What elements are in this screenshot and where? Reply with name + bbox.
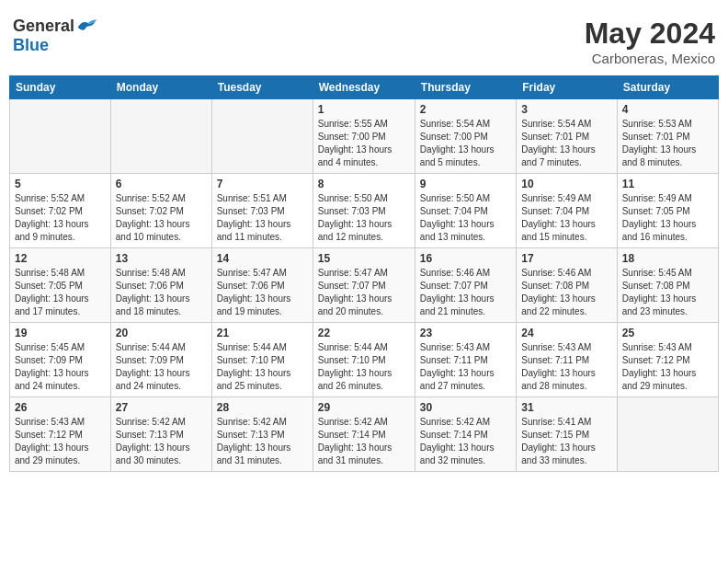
calendar-day-cell: 13Sunrise: 5:48 AM Sunset: 7:06 PM Dayli… [110, 248, 211, 323]
calendar-day-cell [10, 99, 111, 174]
day-number: 20 [116, 327, 207, 339]
day-number: 31 [521, 401, 611, 414]
day-info: Sunrise: 5:45 AM Sunset: 7:09 PM Dayligh… [15, 341, 106, 393]
calendar-day-cell: 24Sunrise: 5:43 AM Sunset: 7:11 PM Dayli… [517, 323, 617, 397]
day-number: 1 [318, 103, 410, 116]
day-info: Sunrise: 5:42 AM Sunset: 7:13 PM Dayligh… [116, 416, 207, 467]
calendar-day-cell: 15Sunrise: 5:47 AM Sunset: 7:07 PM Dayli… [313, 248, 415, 323]
weekday-header-cell: Wednesday [313, 76, 415, 99]
day-info: Sunrise: 5:52 AM Sunset: 7:02 PM Dayligh… [116, 192, 207, 244]
calendar-day-cell: 16Sunrise: 5:46 AM Sunset: 7:07 PM Dayli… [415, 248, 516, 323]
calendar-day-cell: 5Sunrise: 5:52 AM Sunset: 7:02 PM Daylig… [10, 174, 111, 248]
day-info: Sunrise: 5:52 AM Sunset: 7:02 PM Dayligh… [15, 192, 106, 244]
calendar-day-cell: 14Sunrise: 5:47 AM Sunset: 7:06 PM Dayli… [211, 248, 313, 323]
weekday-header-cell: Monday [110, 76, 211, 99]
day-number: 21 [217, 327, 308, 339]
day-number: 4 [622, 103, 713, 116]
day-info: Sunrise: 5:46 AM Sunset: 7:08 PM Dayligh… [521, 267, 611, 318]
weekday-header-cell: Thursday [415, 76, 516, 99]
day-info: Sunrise: 5:50 AM Sunset: 7:04 PM Dayligh… [420, 192, 511, 244]
day-info: Sunrise: 5:44 AM Sunset: 7:10 PM Dayligh… [318, 341, 410, 393]
day-number: 7 [217, 178, 308, 190]
calendar-day-cell: 20Sunrise: 5:44 AM Sunset: 7:09 PM Dayli… [110, 323, 211, 397]
calendar-day-cell: 3Sunrise: 5:54 AM Sunset: 7:01 PM Daylig… [517, 99, 617, 174]
day-info: Sunrise: 5:43 AM Sunset: 7:12 PM Dayligh… [622, 341, 713, 393]
weekday-header-cell: Friday [517, 76, 617, 99]
day-number: 2 [420, 103, 511, 116]
day-number: 17 [521, 252, 611, 265]
weekday-header-cell: Sunday [10, 76, 111, 99]
day-info: Sunrise: 5:54 AM Sunset: 7:01 PM Dayligh… [521, 118, 611, 169]
day-number: 22 [318, 327, 410, 339]
day-number: 16 [420, 252, 511, 265]
calendar-day-cell: 11Sunrise: 5:49 AM Sunset: 7:05 PM Dayli… [617, 174, 718, 248]
calendar-day-cell: 4Sunrise: 5:53 AM Sunset: 7:01 PM Daylig… [617, 99, 718, 174]
day-info: Sunrise: 5:53 AM Sunset: 7:01 PM Dayligh… [622, 118, 713, 169]
calendar-week-row: 12Sunrise: 5:48 AM Sunset: 7:05 PM Dayli… [10, 248, 719, 323]
day-info: Sunrise: 5:48 AM Sunset: 7:05 PM Dayligh… [15, 267, 106, 318]
calendar-day-cell: 8Sunrise: 5:50 AM Sunset: 7:03 PM Daylig… [313, 174, 415, 248]
calendar-day-cell: 10Sunrise: 5:49 AM Sunset: 7:04 PM Dayli… [517, 174, 617, 248]
calendar-day-cell [110, 99, 211, 174]
calendar-day-cell: 30Sunrise: 5:42 AM Sunset: 7:14 PM Dayli… [415, 397, 516, 472]
day-number: 15 [318, 252, 410, 265]
day-number: 28 [217, 401, 308, 414]
title-block: May 2024 Carboneras, Mexico [585, 17, 715, 66]
logo-bird-icon [76, 17, 98, 36]
weekday-header-cell: Saturday [617, 76, 718, 99]
day-info: Sunrise: 5:42 AM Sunset: 7:13 PM Dayligh… [217, 416, 308, 467]
calendar-day-cell: 23Sunrise: 5:43 AM Sunset: 7:11 PM Dayli… [415, 323, 516, 397]
day-number: 11 [622, 178, 713, 190]
day-number: 5 [15, 178, 106, 190]
day-info: Sunrise: 5:47 AM Sunset: 7:06 PM Dayligh… [217, 267, 308, 318]
calendar-day-cell: 22Sunrise: 5:44 AM Sunset: 7:10 PM Dayli… [313, 323, 415, 397]
day-info: Sunrise: 5:43 AM Sunset: 7:11 PM Dayligh… [420, 341, 511, 393]
month-title: May 2024 [585, 17, 715, 51]
calendar-day-cell: 26Sunrise: 5:43 AM Sunset: 7:12 PM Dayli… [10, 397, 111, 472]
day-info: Sunrise: 5:41 AM Sunset: 7:15 PM Dayligh… [521, 416, 611, 467]
calendar-body: 1Sunrise: 5:55 AM Sunset: 7:00 PM Daylig… [10, 99, 719, 472]
day-info: Sunrise: 5:43 AM Sunset: 7:11 PM Dayligh… [521, 341, 611, 393]
day-number: 26 [15, 401, 106, 414]
weekday-header-cell: Tuesday [211, 76, 313, 99]
day-info: Sunrise: 5:42 AM Sunset: 7:14 PM Dayligh… [420, 416, 511, 467]
calendar-day-cell: 31Sunrise: 5:41 AM Sunset: 7:15 PM Dayli… [517, 397, 617, 472]
calendar-day-cell: 6Sunrise: 5:52 AM Sunset: 7:02 PM Daylig… [110, 174, 211, 248]
day-info: Sunrise: 5:49 AM Sunset: 7:04 PM Dayligh… [521, 192, 611, 244]
day-number: 14 [217, 252, 308, 265]
day-number: 23 [420, 327, 511, 339]
calendar-week-row: 26Sunrise: 5:43 AM Sunset: 7:12 PM Dayli… [10, 397, 719, 472]
logo: General Blue [13, 17, 98, 55]
day-info: Sunrise: 5:48 AM Sunset: 7:06 PM Dayligh… [116, 267, 207, 318]
logo-blue-text: Blue [13, 36, 49, 55]
calendar-week-row: 19Sunrise: 5:45 AM Sunset: 7:09 PM Dayli… [10, 323, 719, 397]
calendar-day-cell [211, 99, 313, 174]
calendar-day-cell: 21Sunrise: 5:44 AM Sunset: 7:10 PM Dayli… [211, 323, 313, 397]
day-number: 9 [420, 178, 511, 190]
calendar-day-cell: 25Sunrise: 5:43 AM Sunset: 7:12 PM Dayli… [617, 323, 718, 397]
calendar-day-cell: 27Sunrise: 5:42 AM Sunset: 7:13 PM Dayli… [110, 397, 211, 472]
day-number: 27 [116, 401, 207, 414]
calendar-day-cell: 1Sunrise: 5:55 AM Sunset: 7:00 PM Daylig… [313, 99, 415, 174]
weekday-header-row: SundayMondayTuesdayWednesdayThursdayFrid… [10, 76, 719, 99]
day-info: Sunrise: 5:46 AM Sunset: 7:07 PM Dayligh… [420, 267, 511, 318]
calendar-day-cell: 19Sunrise: 5:45 AM Sunset: 7:09 PM Dayli… [10, 323, 111, 397]
calendar-day-cell: 29Sunrise: 5:42 AM Sunset: 7:14 PM Dayli… [313, 397, 415, 472]
day-info: Sunrise: 5:45 AM Sunset: 7:08 PM Dayligh… [622, 267, 713, 318]
day-number: 25 [622, 327, 713, 339]
day-number: 3 [521, 103, 611, 116]
page-header: General Blue May 2024 Carboneras, Mexico [9, 9, 719, 70]
day-number: 29 [318, 401, 410, 414]
logo-general-text: General [13, 17, 74, 36]
calendar-table: SundayMondayTuesdayWednesdayThursdayFrid… [9, 75, 719, 472]
calendar-day-cell: 12Sunrise: 5:48 AM Sunset: 7:05 PM Dayli… [10, 248, 111, 323]
day-number: 30 [420, 401, 511, 414]
calendar-week-row: 1Sunrise: 5:55 AM Sunset: 7:00 PM Daylig… [10, 99, 719, 174]
day-info: Sunrise: 5:47 AM Sunset: 7:07 PM Dayligh… [318, 267, 410, 318]
day-info: Sunrise: 5:44 AM Sunset: 7:09 PM Dayligh… [116, 341, 207, 393]
day-info: Sunrise: 5:54 AM Sunset: 7:00 PM Dayligh… [420, 118, 511, 169]
day-number: 24 [521, 327, 611, 339]
calendar-day-cell: 9Sunrise: 5:50 AM Sunset: 7:04 PM Daylig… [415, 174, 516, 248]
day-info: Sunrise: 5:42 AM Sunset: 7:14 PM Dayligh… [318, 416, 410, 467]
day-number: 6 [116, 178, 207, 190]
